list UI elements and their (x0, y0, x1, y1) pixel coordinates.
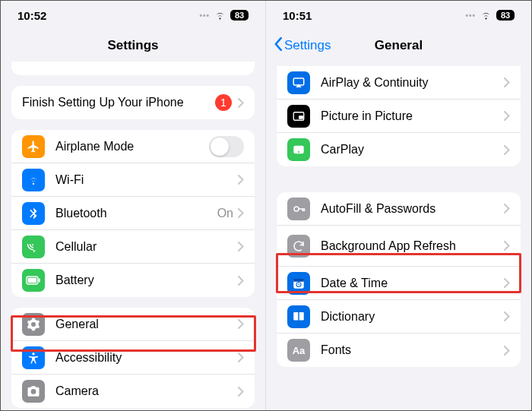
refresh-icon (287, 235, 310, 258)
row-picture-in-picture[interactable]: Picture in Picture (277, 100, 521, 133)
battery-icon: 83 (496, 10, 515, 21)
svg-rect-1 (28, 278, 37, 283)
row-label: Finish Setting Up Your iPhone (22, 96, 215, 109)
wifi-settings-icon (22, 169, 45, 191)
back-button[interactable]: Settings (266, 37, 331, 55)
row-finish-setup[interactable]: Finish Setting Up Your iPhone 1 (11, 86, 255, 119)
svg-rect-6 (299, 115, 303, 119)
chevron-right-icon (504, 145, 510, 155)
row-accessibility[interactable]: Accessibility (11, 341, 255, 375)
row-label: Airplane Mode (55, 140, 209, 153)
fonts-icon: Aa (287, 339, 310, 362)
page-title: Settings (1, 38, 265, 53)
gear-icon (22, 313, 45, 336)
chevron-right-icon (504, 278, 510, 288)
row-carplay[interactable]: CarPlay (277, 133, 521, 166)
chevron-left-icon (274, 37, 283, 55)
status-dots-icon: ••• (465, 11, 476, 20)
airplane-icon (22, 135, 45, 158)
carplay-icon (287, 138, 310, 161)
row-label: Bluetooth (55, 207, 217, 220)
nav-bar: Settings General (266, 30, 531, 62)
section-setup: Finish Setting Up Your iPhone 1 (11, 86, 255, 119)
row-battery[interactable]: Battery (11, 264, 255, 297)
section-media: AirPlay & Continuity Picture in Picture … (277, 66, 521, 166)
status-bar: 10:51 ••• 83 (266, 1, 531, 30)
row-label: AirPlay & Continuity (321, 76, 504, 90)
status-dots-icon: ••• (199, 11, 210, 20)
chevron-right-icon (238, 276, 244, 286)
svg-point-8 (298, 151, 299, 153)
row-cellular[interactable]: Cellular (11, 230, 255, 264)
row-fonts[interactable]: Aa Fonts (277, 334, 521, 367)
chevron-right-icon (238, 175, 244, 185)
chevron-right-icon (238, 208, 244, 218)
camera-icon (22, 380, 45, 403)
bluetooth-icon (22, 202, 45, 225)
chevron-right-icon (238, 98, 244, 108)
row-label: Picture in Picture (321, 109, 504, 123)
status-right: ••• 83 (465, 9, 515, 22)
chevron-right-icon (504, 77, 510, 87)
section-connectivity: Airplane Mode Wi-Fi Bluetooth On Cellula (11, 130, 255, 297)
row-wifi[interactable]: Wi-Fi (11, 163, 255, 197)
chevron-right-icon (504, 346, 510, 356)
key-icon (287, 198, 310, 220)
chevron-right-icon (238, 242, 244, 251)
airplay-icon (287, 71, 310, 94)
row-label: Fonts (321, 343, 504, 357)
chevron-right-icon (504, 311, 510, 321)
row-bluetooth[interactable]: Bluetooth On (11, 197, 255, 230)
chevron-right-icon (504, 111, 510, 121)
row-label: General (55, 318, 238, 331)
row-label: Background App Refresh (321, 239, 504, 253)
status-time: 10:51 (283, 9, 312, 22)
row-dictionary[interactable]: Dictionary (277, 300, 521, 334)
row-label: Camera (55, 384, 238, 398)
row-airplay[interactable]: AirPlay & Continuity (277, 66, 521, 100)
section-device: General Accessibility Camera (11, 308, 255, 408)
row-label: Accessibility (55, 351, 238, 365)
svg-rect-2 (39, 279, 40, 283)
chevron-right-icon (238, 353, 244, 362)
row-label: Wi-Fi (55, 173, 238, 187)
row-general[interactable]: General (11, 308, 255, 341)
row-autofill[interactable]: AutoFill & Passwords (277, 192, 521, 226)
row-label: Dictionary (321, 310, 504, 324)
book-icon (287, 305, 310, 328)
accessibility-icon (22, 346, 45, 369)
row-label: CarPlay (321, 143, 504, 156)
chevron-right-icon (238, 319, 244, 329)
row-value: On (217, 207, 233, 220)
settings-pane: 10:52 ••• 83 Settings Finish Setting Up … (1, 1, 266, 410)
row-label: Battery (55, 273, 238, 287)
battery-icon: 83 (230, 10, 249, 21)
section-partial (11, 62, 255, 75)
row-camera[interactable]: Camera (11, 375, 255, 408)
calendar-clock-icon (287, 272, 310, 295)
svg-point-3 (32, 353, 34, 355)
svg-rect-11 (293, 279, 304, 282)
battery-settings-icon (22, 269, 45, 292)
status-bar: 10:52 ••• 83 (1, 1, 265, 30)
back-label: Settings (284, 38, 331, 53)
airplane-toggle[interactable] (209, 136, 244, 157)
row-label: Date & Time (321, 277, 504, 290)
chevron-right-icon (504, 204, 510, 213)
chevron-right-icon (238, 387, 244, 397)
row-background-app-refresh[interactable]: Background App Refresh (277, 226, 521, 267)
svg-point-9 (294, 207, 299, 211)
row-label: Cellular (55, 240, 238, 254)
pip-icon (287, 105, 310, 128)
row-airplane-mode[interactable]: Airplane Mode (11, 130, 255, 163)
cellular-icon (22, 236, 45, 258)
wifi-icon (214, 9, 226, 22)
row-label: AutoFill & Passwords (321, 202, 504, 216)
section-system: AutoFill & Passwords Background App Refr… (277, 192, 521, 367)
chevron-right-icon (504, 241, 510, 251)
general-pane: 10:51 ••• 83 Settings General AirPlay & … (266, 1, 531, 410)
status-right: ••• 83 (199, 9, 249, 22)
status-time: 10:52 (17, 9, 46, 22)
row-date-time[interactable]: Date & Time (277, 267, 521, 300)
nav-bar: Settings (1, 30, 265, 62)
